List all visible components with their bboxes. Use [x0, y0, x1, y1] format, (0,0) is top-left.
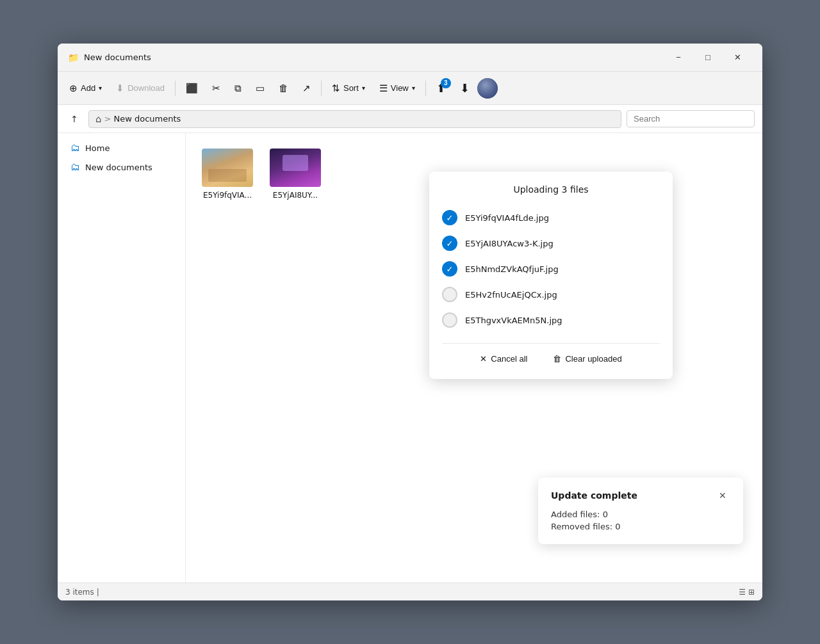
file-label-1: E5Yi9fqVIA... [203, 191, 252, 200]
sort-button[interactable]: ⇅ Sort ▾ [325, 77, 372, 100]
cancel-all-icon: ✕ [480, 354, 487, 364]
toolbar: ⊕ Add ▾ ⬇ Download ⬛ ✂ ⧉ ▭ 🗑 ↗ ⇅ Sort [58, 72, 762, 105]
status-view-icons: ☰ ⊞ [739, 588, 755, 597]
window-icon: 📁 [68, 52, 79, 63]
toolbar-divider-1 [175, 81, 176, 96]
view-button[interactable]: ☰ View ▾ [373, 77, 422, 100]
add-button[interactable]: ⊕ Add ▾ [63, 77, 108, 100]
upload-badge: 3 [441, 78, 451, 88]
up-button[interactable]: ↑ [65, 110, 83, 128]
toolbar-divider-3 [425, 81, 426, 96]
avatar-image [477, 78, 498, 99]
share-icon: ↗ [302, 83, 311, 94]
download-icon: ⬇ [116, 83, 124, 94]
avatar[interactable] [477, 78, 498, 99]
upload-check-1: ✓ [442, 210, 457, 225]
upload-file-item-1: ✓ E5Yi9fqVIA4fLde.jpg [442, 205, 660, 230]
upload-filename-4: E5Hv2fnUcAEjQCx.jpg [465, 290, 557, 300]
copy-to-icon: ⬛ [186, 83, 198, 94]
upload-actions: ✕ Cancel all 🗑 Clear uploaded [442, 343, 660, 366]
view-chevron-icon: ▾ [412, 85, 415, 92]
search-input[interactable] [627, 110, 755, 127]
cut-button[interactable]: ✂ [206, 77, 227, 100]
add-chevron-icon: ▾ [99, 85, 102, 92]
breadcrumb-separator: > [104, 114, 111, 124]
upload-popover: Uploading 3 files ✓ E5Yi9fqVIA4fLde.jpg … [429, 172, 673, 379]
list-view-icon[interactable]: ☰ [739, 588, 746, 597]
upload-check-2: ✓ [442, 236, 457, 251]
update-toast-title: Update complete [551, 490, 637, 501]
add-icon: ⊕ [69, 83, 78, 94]
sort-icon: ⇅ [332, 83, 340, 94]
breadcrumb-bar: ↑ ⌂ > New documents [58, 105, 762, 133]
download-button[interactable]: ⬇ Download [110, 77, 171, 100]
upload-filename-3: E5hNmdZVkAQfjuF.jpg [465, 264, 559, 274]
up-arrow-icon: ↑ [70, 114, 78, 124]
sidebar-item-new-documents-label: New documents [85, 163, 152, 172]
file-thumb-2 [270, 149, 321, 187]
upload-file-item-2: ✓ E5YjAI8UYAcw3-K.jpg [442, 230, 660, 256]
file-item-2[interactable]: E5YjAI8UY... [266, 146, 324, 202]
clear-uploaded-label: Clear uploaded [565, 354, 621, 364]
sidebar-item-new-documents[interactable]: 🗂 New documents [60, 157, 183, 177]
sidebar-item-home[interactable]: 🗂 Home [60, 138, 183, 157]
clear-uploaded-button[interactable]: 🗑 Clear uploaded [548, 351, 627, 366]
main-window: 📁 New documents − □ ✕ ⊕ Add ▾ ⬇ Download… [58, 44, 762, 600]
toast-added-row: Added files: 0 [551, 510, 730, 519]
file-thumb-1 [202, 149, 253, 187]
toast-removed-value: 0 [615, 522, 620, 531]
share-button[interactable]: ↗ [296, 77, 317, 100]
add-label: Add [81, 83, 95, 93]
delete-icon: 🗑 [279, 83, 288, 93]
toast-added-label: Added files: [551, 510, 600, 519]
toast-removed-label: Removed files: [551, 522, 612, 531]
toast-removed-row: Removed files: 0 [551, 522, 730, 531]
file-item-1[interactable]: E5Yi9fqVIA... [199, 146, 256, 202]
copy-icon: ⧉ [234, 83, 242, 94]
home-icon: ⌂ [95, 113, 102, 125]
rename-button[interactable]: ▭ [249, 77, 271, 100]
cancel-all-button[interactable]: ✕ Cancel all [475, 351, 532, 366]
upload-file-item-5: E5ThgvxVkAEMn5N.jpg [442, 307, 660, 333]
upload-filename-2: E5YjAI8UYAcw3-K.jpg [465, 239, 554, 248]
file-label-2: E5YjAI8UY... [273, 191, 318, 200]
items-count: 3 items | [65, 588, 99, 597]
minimize-button[interactable]: − [664, 47, 693, 68]
download-files-icon: ⬇ [460, 81, 470, 95]
clear-uploaded-icon: 🗑 [553, 354, 561, 364]
upload-check-3: ✓ [442, 261, 457, 277]
status-bar: 3 items | ☰ ⊞ [58, 583, 762, 600]
main-content: 🗂 Home 🗂 New documents E5Yi9fqVIA... E5Y… [58, 133, 762, 583]
breadcrumb-path[interactable]: ⌂ > New documents [88, 110, 621, 128]
copy-button[interactable]: ⧉ [228, 77, 248, 100]
upload-popover-title: Uploading 3 files [442, 184, 660, 195]
cancel-all-label: Cancel all [491, 354, 527, 364]
home-folder-icon: 🗂 [70, 142, 80, 154]
download-files-button[interactable]: ⬇ [454, 77, 476, 100]
upload-filename-5: E5ThgvxVkAEMn5N.jpg [465, 316, 562, 325]
upload-check-4 [442, 287, 457, 302]
delete-button[interactable]: 🗑 [272, 77, 295, 100]
sidebar-item-home-label: Home [85, 143, 110, 153]
upload-file-item-3: ✓ E5hNmdZVkAQfjuF.jpg [442, 256, 660, 282]
update-toast: Update complete ✕ Added files: 0 Removed… [538, 478, 743, 544]
copy-to-button[interactable]: ⬛ [179, 77, 204, 100]
maximize-button[interactable]: □ [693, 47, 723, 68]
grid-view-icon[interactable]: ⊞ [748, 588, 755, 597]
close-button[interactable]: ✕ [723, 47, 752, 68]
update-toast-close-button[interactable]: ✕ [715, 488, 730, 503]
toast-added-value: 0 [603, 510, 608, 519]
window-title: New documents [84, 52, 664, 62]
view-label: View [391, 83, 409, 93]
toolbar-divider-2 [321, 81, 322, 96]
download-label: Download [127, 83, 165, 93]
window-controls: − □ ✕ [664, 47, 752, 68]
breadcrumb-current: New documents [113, 114, 181, 124]
upload-button[interactable]: ⬆ 3 [430, 77, 452, 100]
sort-label: Sort [343, 83, 359, 93]
scissors-icon: ✂ [212, 83, 220, 94]
sidebar: 🗂 Home 🗂 New documents [58, 133, 186, 583]
new-docs-folder-icon: 🗂 [70, 161, 80, 173]
upload-check-5 [442, 312, 457, 328]
rename-icon: ▭ [256, 83, 265, 94]
